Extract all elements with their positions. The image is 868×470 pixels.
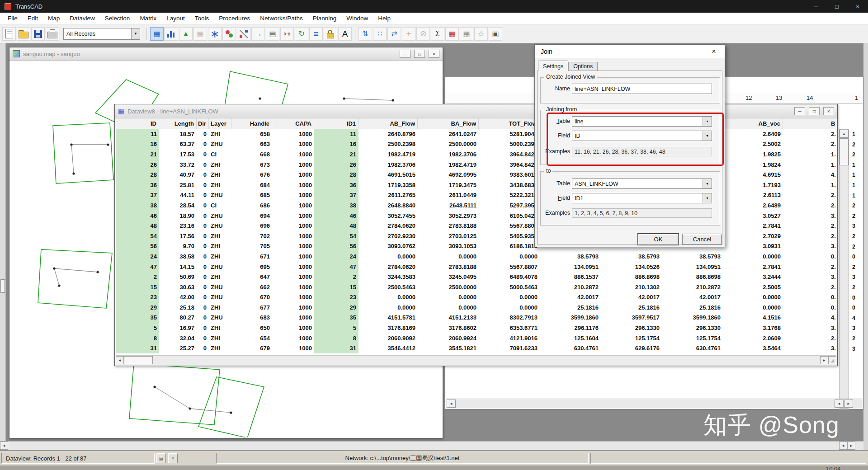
- table-cell[interactable]: 4.6915: [723, 169, 783, 180]
- menu-item-selection[interactable]: Selection: [100, 15, 135, 22]
- table-cell[interactable]: 3.2444: [723, 272, 783, 282]
- left-vscrollbar[interactable]: [0, 43, 6, 441]
- column-header-Dir[interactable]: Dir: [197, 118, 209, 129]
- table-cell[interactable]: 18.90: [159, 211, 197, 221]
- table-cell[interactable]: 2500.2398: [359, 139, 418, 150]
- panel-button[interactable]: ▤: [156, 453, 166, 463]
- table-cell[interactable]: 0: [197, 262, 209, 272]
- table-cell[interactable]: 125.1604: [540, 333, 601, 343]
- table-cell[interactable]: 5: [314, 323, 359, 333]
- table-cell[interactable]: 17.53: [159, 149, 197, 160]
- table-cell[interactable]: 38.5793: [540, 251, 601, 262]
- maximize-icon[interactable]: □: [826, 0, 847, 13]
- table-cell[interactable]: 2500.0000: [418, 139, 479, 150]
- table-cell[interactable]: 662: [231, 282, 272, 292]
- table-cell[interactable]: 48: [314, 221, 359, 231]
- minimize-icon[interactable]: ─: [400, 50, 410, 58]
- dots-grid-icon[interactable]: ∷: [373, 27, 387, 41]
- scroll-right-icon[interactable]: ►: [844, 400, 853, 408]
- table-cell[interactable]: 134.0951: [662, 262, 723, 272]
- table-cell[interactable]: 0: [197, 292, 209, 303]
- table-cell[interactable]: 3599.1860: [540, 313, 601, 323]
- table-cell[interactable]: 0: [197, 139, 209, 150]
- table-cell[interactable]: 1000: [272, 169, 314, 180]
- table-cell[interactable]: ZHI: [209, 323, 231, 333]
- table-cell[interactable]: 2648.8840: [359, 200, 418, 211]
- cancel-button[interactable]: Cancel: [682, 234, 722, 245]
- table-cell[interactable]: 0: [197, 169, 209, 180]
- table-cell[interactable]: 695: [231, 262, 272, 272]
- table-cell[interactable]: 36: [116, 180, 159, 190]
- scroll-left-icon[interactable]: ◄: [835, 400, 844, 408]
- table-cell[interactable]: 5567.8808: [479, 221, 540, 231]
- table-cell[interactable]: 28: [116, 169, 159, 180]
- table-cell[interactable]: 25.81: [159, 180, 197, 190]
- bottom-hscrollbar[interactable]: ◄ ◄ ►: [0, 441, 863, 450]
- table-cell[interactable]: 8: [116, 333, 159, 343]
- table-cell[interactable]: 2784.0620: [359, 221, 418, 231]
- table-cell[interactable]: 0.0000: [479, 302, 540, 313]
- table-cell[interactable]: 44.11: [159, 190, 197, 201]
- table-cell[interactable]: 9383.6010: [479, 169, 540, 180]
- table-cell[interactable]: 29: [314, 302, 359, 313]
- table-cell[interactable]: 2702.9230: [359, 231, 418, 241]
- xy-fields-icon[interactable]: x·y: [280, 27, 294, 41]
- table-cell[interactable]: 0: [197, 313, 209, 323]
- table-cell[interactable]: 23: [116, 292, 159, 303]
- scroll-left-icon[interactable]: ◄: [116, 356, 124, 364]
- table-cell[interactable]: 0: [197, 180, 209, 190]
- menu-item-dataview[interactable]: Dataview: [65, 15, 100, 22]
- tab-settings[interactable]: Settings: [538, 61, 568, 71]
- chevron-down-icon[interactable]: ▼: [703, 131, 712, 141]
- scroll-thumb[interactable]: [0, 279, 5, 293]
- table-cell[interactable]: 886.1537: [540, 272, 601, 282]
- table-cell[interactable]: 0.: [783, 292, 836, 303]
- table-cell[interactable]: 2.5002: [723, 139, 783, 150]
- lines-icon[interactable]: ≡: [309, 27, 323, 41]
- table-cell[interactable]: 2.: [783, 139, 836, 150]
- matrix-gray-icon[interactable]: ▦: [460, 27, 473, 41]
- table-cell[interactable]: 3176.8602: [418, 323, 479, 333]
- table-cell[interactable]: 1.9825: [723, 149, 783, 160]
- name-input[interactable]: line+ASN_LINKFLOW: [572, 84, 712, 94]
- dataview-icon[interactable]: ▦: [150, 27, 164, 41]
- table-cell[interactable]: 7091.6233: [479, 343, 540, 353]
- table-cell[interactable]: 3.: [783, 343, 836, 353]
- table-cell[interactable]: 1000: [272, 302, 314, 313]
- table-cell[interactable]: 31: [314, 343, 359, 353]
- table-cell[interactable]: 0.0000: [359, 292, 418, 303]
- table-cell[interactable]: 37: [116, 190, 159, 201]
- menu-item-map[interactable]: Map: [43, 15, 65, 22]
- table-cell[interactable]: 658: [231, 129, 272, 139]
- record-filter-select[interactable]: All Records▼: [63, 28, 140, 40]
- table-cell[interactable]: 9.70: [159, 241, 197, 252]
- table-cell[interactable]: 26: [314, 160, 359, 170]
- table-cell[interactable]: 0: [197, 149, 209, 160]
- table-cell[interactable]: 40.97: [159, 169, 197, 180]
- table-cell[interactable]: 3.0527: [723, 211, 783, 221]
- table-cell[interactable]: ZHU: [209, 211, 231, 221]
- table-cell[interactable]: 1982.4719: [418, 160, 479, 170]
- table-cell[interactable]: 134.0526: [601, 262, 662, 272]
- close-icon[interactable]: ×: [847, 0, 868, 13]
- table-cell[interactable]: 296.1330: [662, 323, 723, 333]
- table-cell[interactable]: 702: [231, 231, 272, 241]
- column-header-Layer[interactable]: Layer: [209, 118, 231, 129]
- column-header-CAPA[interactable]: CAPA: [272, 118, 314, 129]
- table-cell[interactable]: 2.7029: [723, 231, 783, 241]
- table-cell[interactable]: 3052.2973: [418, 211, 479, 221]
- table-cell[interactable]: 2.6409: [723, 129, 783, 139]
- chart-icon[interactable]: [165, 27, 178, 41]
- table-cell[interactable]: 1000: [272, 231, 314, 241]
- table-cell[interactable]: 4.: [783, 169, 836, 180]
- table-cell[interactable]: 56: [116, 241, 159, 252]
- minimize-icon[interactable]: ─: [794, 107, 805, 115]
- from-field-select[interactable]: ID ▼: [572, 131, 712, 141]
- table-cell[interactable]: 4121.9016: [479, 333, 540, 343]
- table-cell[interactable]: 25.1816: [601, 302, 662, 313]
- table-cell[interactable]: 63.37: [159, 139, 197, 150]
- table-cell[interactable]: 3176.8169: [359, 323, 418, 333]
- table-cell[interactable]: 16: [314, 139, 359, 150]
- table-cell[interactable]: 2784.0620: [359, 262, 418, 272]
- table-cell[interactable]: 24: [116, 251, 159, 262]
